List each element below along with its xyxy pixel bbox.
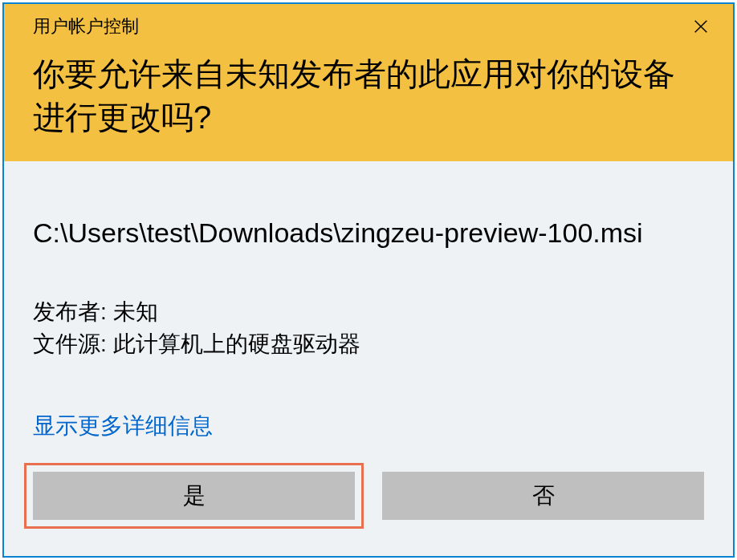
button-row: 是 否 <box>33 472 704 536</box>
close-button[interactable] <box>682 12 720 41</box>
uac-dialog: 用户帐户控制 你要允许来自未知发布者的此应用对你的设备进行更改吗? C:\Use… <box>2 2 735 558</box>
yes-button-highlight: 是 <box>24 463 364 529</box>
close-icon <box>692 18 710 35</box>
publisher-row: 发布者: 未知 <box>33 296 704 329</box>
publisher-value: 未知 <box>113 299 158 324</box>
show-details-link[interactable]: 显示更多详细信息 <box>33 411 704 441</box>
dialog-title: 用户帐户控制 <box>33 14 139 39</box>
info-block: 发布者: 未知 文件源: 此计算机上的硬盘驱动器 <box>33 296 704 361</box>
no-button[interactable]: 否 <box>382 472 704 520</box>
dialog-prompt: 你要允许来自未知发布者的此应用对你的设备进行更改吗? <box>4 41 733 139</box>
dialog-body: C:\Users\test\Downloads\zingzeu-preview-… <box>4 161 733 556</box>
yes-button[interactable]: 是 <box>33 472 355 520</box>
publisher-label: 发布者 <box>33 299 100 324</box>
file-source-row: 文件源: 此计算机上的硬盘驱动器 <box>33 328 704 361</box>
file-source-label: 文件源 <box>33 331 100 356</box>
title-bar: 用户帐户控制 <box>4 7 733 41</box>
dialog-header: 用户帐户控制 你要允许来自未知发布者的此应用对你的设备进行更改吗? <box>4 4 733 161</box>
file-source-value: 此计算机上的硬盘驱动器 <box>113 331 360 356</box>
file-path: C:\Users\test\Downloads\zingzeu-preview-… <box>33 214 704 253</box>
